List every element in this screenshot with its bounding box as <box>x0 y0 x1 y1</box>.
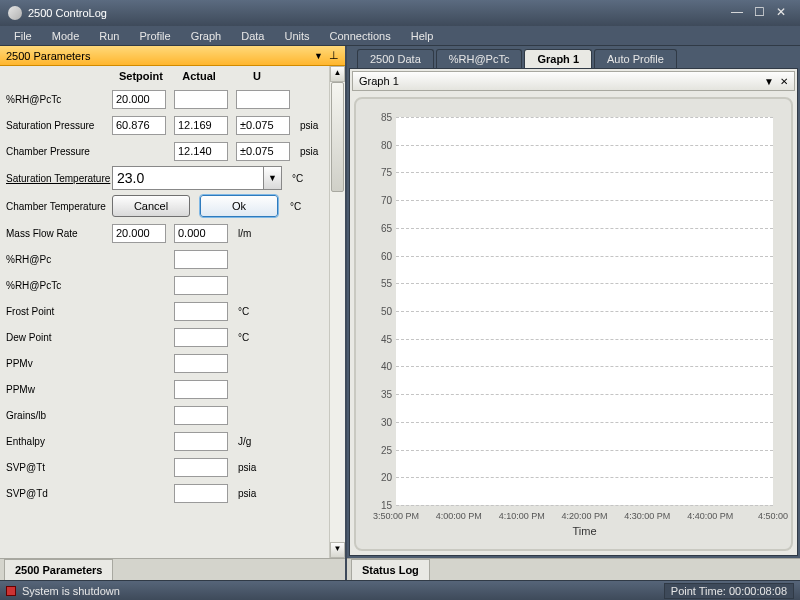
x-axis-label: Time <box>396 525 773 537</box>
chart: Time 1520253035404550556065707580853:50:… <box>354 97 793 551</box>
row-mass-flow: Mass Flow Rate 20.000 0.000 l/m <box>6 220 345 246</box>
menu-file[interactable]: File <box>4 28 42 44</box>
menu-mode[interactable]: Mode <box>42 28 90 44</box>
y-tick: 25 <box>368 444 392 455</box>
plot-area: Time 1520253035404550556065707580853:50:… <box>396 117 773 505</box>
satp-actual: 12.169 <box>174 116 228 135</box>
y-tick: 60 <box>368 250 392 261</box>
tab-2500-parameters[interactable]: 2500 Parameters <box>4 559 113 580</box>
col-actual: Actual <box>170 70 228 82</box>
row--rh-pc: %RH@Pc <box>6 246 345 272</box>
y-tick: 80 <box>368 139 392 150</box>
value-field <box>174 380 228 399</box>
graph-close-button[interactable]: ✕ <box>780 76 788 87</box>
y-tick: 70 <box>368 195 392 206</box>
ok-button[interactable]: Ok <box>200 195 278 217</box>
status-indicator-icon <box>6 586 16 596</box>
y-tick: 15 <box>368 500 392 511</box>
row-ppmv: PPMv <box>6 350 345 376</box>
status-text: System is shutdown <box>22 585 120 597</box>
tab-2500-data[interactable]: 2500 Data <box>357 49 434 68</box>
minimize-button[interactable]: — <box>726 5 748 21</box>
row-svp-td: SVP@Tdpsia <box>6 480 345 506</box>
x-tick: 4:00:00 PM <box>427 511 491 521</box>
menu-data[interactable]: Data <box>231 28 274 44</box>
menu-bar: File Mode Run Profile Graph Data Units C… <box>0 26 800 46</box>
menu-help[interactable]: Help <box>401 28 444 44</box>
cancel-button[interactable]: Cancel <box>112 195 190 217</box>
col-setpoint: Setpoint <box>112 70 170 82</box>
value-field <box>174 250 228 269</box>
y-tick: 65 <box>368 222 392 233</box>
y-tick: 85 <box>368 112 392 123</box>
row-chamber-pressure: Chamber Pressure 12.140 ±0.075 psia <box>6 138 345 164</box>
maximize-button[interactable]: ☐ <box>748 5 770 21</box>
y-tick: 55 <box>368 278 392 289</box>
menu-connections[interactable]: Connections <box>320 28 401 44</box>
panel-title: 2500 Parameters <box>6 50 90 62</box>
row-rh-pctc: %RH@PcTc 20.000 <box>6 86 345 112</box>
y-tick: 45 <box>368 333 392 344</box>
menu-profile[interactable]: Profile <box>129 28 180 44</box>
y-tick: 40 <box>368 361 392 372</box>
panel-header[interactable]: 2500 Parameters ▼ ⊥ <box>0 46 345 66</box>
row--rh-pctc: %RH@PcTc <box>6 272 345 298</box>
tab-status-log[interactable]: Status Log <box>351 559 430 580</box>
status-bar: System is shutdown Point Time: 00:00:08:… <box>0 580 800 600</box>
title-bar: 2500 ControLog — ☐ ✕ <box>0 0 800 26</box>
value-field <box>174 484 228 503</box>
scroll-up-button[interactable]: ▲ <box>330 66 345 82</box>
right-bottom-tabs: Status Log <box>347 558 800 580</box>
tab-strip: 2500 Data %RH@PcTc Graph 1 Auto Profile <box>347 46 800 68</box>
tab-auto-profile[interactable]: Auto Profile <box>594 49 677 68</box>
params-scrollbar[interactable]: ▲ ▼ <box>329 66 345 558</box>
close-button[interactable]: ✕ <box>770 5 792 21</box>
y-tick: 35 <box>368 389 392 400</box>
mf-actual: 0.000 <box>174 224 228 243</box>
rh-u <box>236 90 290 109</box>
row-chamber-temp: Chamber Temperature Cancel Ok °C <box>6 192 345 220</box>
graph-panel: 2500 Data %RH@PcTc Graph 1 Auto Profile … <box>347 46 800 580</box>
x-tick: 4:30:00 PM <box>615 511 679 521</box>
value-field <box>174 406 228 425</box>
row-sat-temp: Saturation Temperature 23.0 ▼ °C <box>6 164 345 192</box>
row-ppmw: PPMw <box>6 376 345 402</box>
value-field <box>174 328 228 347</box>
value-field <box>174 354 228 373</box>
value-field <box>174 276 228 295</box>
left-bottom-tabs: 2500 Parameters <box>0 558 345 580</box>
y-tick: 75 <box>368 167 392 178</box>
sat-temp-dropdown-button[interactable]: ▼ <box>264 166 282 190</box>
row-grains-lb: Grains/lb <box>6 402 345 428</box>
graph-dropdown-button[interactable]: ▼ <box>764 76 774 87</box>
tab-rh-pctc[interactable]: %RH@PcTc <box>436 49 523 68</box>
scroll-down-button[interactable]: ▼ <box>330 542 345 558</box>
x-tick: 3:50:00 PM <box>364 511 428 521</box>
y-tick: 20 <box>368 472 392 483</box>
point-time: Point Time: 00:00:08:08 <box>664 583 794 599</box>
row-frost-point: Frost Point°C <box>6 298 345 324</box>
tab-graph1[interactable]: Graph 1 <box>524 49 592 68</box>
y-tick: 30 <box>368 416 392 427</box>
x-tick: 4:20:00 PM <box>553 511 617 521</box>
menu-run[interactable]: Run <box>89 28 129 44</box>
window-title: 2500 ControLog <box>28 7 107 19</box>
sat-temp-input[interactable]: 23.0 <box>112 166 264 190</box>
value-field <box>174 458 228 477</box>
scroll-thumb[interactable] <box>331 82 344 192</box>
satp-sp-input[interactable]: 60.876 <box>112 116 166 135</box>
x-tick: 4:10:00 PM <box>490 511 554 521</box>
y-tick: 50 <box>368 306 392 317</box>
rh-sp-input[interactable]: 20.000 <box>112 90 166 109</box>
value-field <box>174 432 228 451</box>
chevron-down-icon[interactable]: ▼ <box>314 51 323 61</box>
pin-icon[interactable]: ⊥ <box>329 49 339 62</box>
x-tick: 4:50:00 <box>741 511 800 521</box>
mf-sp-input[interactable]: 20.000 <box>112 224 166 243</box>
app-icon <box>8 6 22 20</box>
graph-title: Graph 1 <box>359 75 399 87</box>
menu-graph[interactable]: Graph <box>181 28 232 44</box>
row-sat-pressure: Saturation Pressure 60.876 12.169 ±0.075… <box>6 112 345 138</box>
chp-actual: 12.140 <box>174 142 228 161</box>
menu-units[interactable]: Units <box>274 28 319 44</box>
